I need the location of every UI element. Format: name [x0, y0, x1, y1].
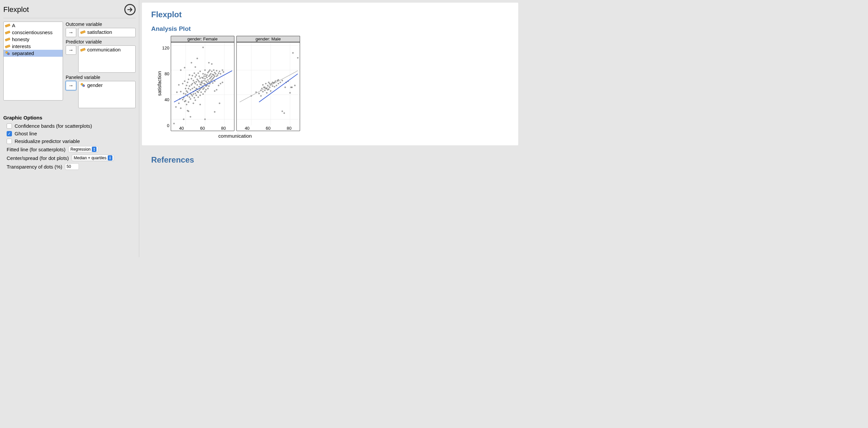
svg-point-205	[275, 80, 276, 82]
paneled-item: gender	[80, 82, 134, 88]
svg-point-73	[198, 81, 200, 83]
svg-point-75	[198, 75, 200, 77]
chevron-updown-icon: ▲▼	[108, 155, 113, 161]
svg-point-153	[183, 118, 184, 120]
center-spread-label: Center/spread (for dot plots)	[7, 155, 69, 161]
assign-predictor-button[interactable]: →	[66, 46, 76, 55]
center-spread-select[interactable]: Median + quartiles ▲▼	[72, 154, 114, 161]
svg-point-180	[260, 95, 261, 97]
svg-point-14	[180, 91, 182, 92]
list-item[interactable]: honesty	[4, 36, 63, 43]
svg-point-61	[195, 94, 197, 96]
svg-point-182	[262, 84, 264, 86]
ghost-checkbox[interactable]	[7, 131, 12, 136]
svg-line-168	[174, 71, 232, 102]
svg-point-157	[199, 104, 201, 106]
svg-point-144	[219, 73, 221, 75]
svg-point-134	[213, 69, 215, 71]
svg-point-18	[183, 92, 184, 94]
svg-point-16	[182, 99, 183, 101]
svg-point-128	[211, 71, 213, 72]
outcome-dropbox[interactable]: satisfaction	[78, 28, 135, 37]
svg-point-62	[195, 81, 197, 83]
svg-point-21	[184, 67, 185, 69]
confidence-checkbox[interactable]	[7, 123, 12, 129]
svg-point-37	[190, 98, 191, 100]
svg-point-164	[218, 85, 219, 86]
svg-point-111	[207, 79, 209, 81]
svg-point-44	[192, 88, 193, 89]
svg-point-148	[196, 58, 198, 59]
svg-point-58	[194, 83, 196, 85]
paneled-label: Paneled variable	[66, 75, 135, 80]
svg-point-70	[197, 96, 199, 98]
fitted-line-label: Fitted line (for scatterplots)	[7, 147, 66, 152]
svg-point-183	[262, 91, 264, 92]
run-button[interactable]	[124, 4, 135, 15]
svg-point-149	[190, 116, 191, 118]
list-item[interactable]: conscientiousness	[4, 29, 63, 36]
svg-point-206	[276, 85, 277, 86]
svg-point-15	[182, 83, 183, 85]
svg-point-143	[218, 71, 220, 72]
svg-point-31	[188, 79, 189, 80]
variables-list[interactable]: Aconscientiousnesshonestyinterestssepara…	[3, 22, 63, 101]
svg-point-114	[207, 88, 209, 89]
svg-point-50	[193, 93, 194, 95]
svg-point-141	[217, 74, 218, 76]
predictor-dropbox[interactable]: communication	[78, 46, 135, 73]
svg-point-151	[214, 111, 216, 113]
svg-point-51	[193, 87, 195, 88]
svg-point-210	[279, 82, 281, 83]
svg-point-150	[204, 118, 206, 120]
list-item[interactable]: A	[4, 22, 63, 29]
svg-point-161	[187, 110, 188, 112]
svg-point-181	[261, 88, 262, 89]
svg-point-22	[185, 100, 186, 102]
residualize-checkbox[interactable]	[7, 139, 12, 144]
paneled-dropbox[interactable]: gender	[78, 81, 135, 108]
svg-point-118	[208, 85, 210, 87]
ruler-icon	[5, 44, 10, 49]
svg-point-98	[204, 78, 206, 80]
fitted-line-select[interactable]: Regression ▲▼	[68, 146, 98, 153]
svg-point-138	[215, 73, 217, 75]
svg-point-36	[189, 74, 190, 76]
svg-point-64	[196, 84, 198, 86]
assign-paneled-button[interactable]: →	[66, 81, 76, 90]
svg-point-200	[272, 85, 273, 87]
svg-point-213	[283, 112, 285, 114]
ruler-icon	[80, 47, 86, 52]
chevron-updown-icon: ▲▼	[92, 147, 96, 152]
options-panel: Flexplot Aconscientiousnesshonestyintere…	[0, 0, 139, 257]
output-card: Flexplot Analysis Plot satisfaction 1208…	[142, 3, 518, 145]
svg-line-223	[239, 71, 298, 102]
svg-point-214	[284, 87, 286, 88]
list-item[interactable]: interests	[4, 43, 63, 50]
svg-point-33	[188, 88, 189, 89]
svg-point-158	[194, 66, 196, 68]
svg-point-72	[198, 86, 200, 88]
svg-point-79	[199, 94, 201, 96]
svg-point-26	[186, 85, 187, 86]
assign-outcome-button[interactable]: →	[66, 28, 76, 37]
transparency-label: Transparency of dots (%)	[7, 164, 62, 170]
svg-point-78	[199, 77, 201, 79]
svg-point-142	[218, 72, 219, 74]
list-item[interactable]: separated	[4, 50, 63, 57]
x-axis-ticks: 406080	[237, 125, 300, 131]
svg-point-198	[270, 90, 272, 92]
svg-point-212	[281, 111, 283, 112]
y-axis-label: satisfaction	[155, 71, 162, 96]
svg-point-140	[216, 70, 217, 72]
svg-point-84	[200, 92, 202, 93]
svg-point-8	[175, 106, 177, 108]
arrow-right-icon	[127, 6, 133, 13]
transparency-input[interactable]	[65, 163, 79, 170]
svg-point-29	[187, 92, 188, 93]
svg-point-156	[211, 63, 213, 65]
ghost-label: Ghost line	[14, 131, 37, 136]
analysis-plot-title: Analysis Plot	[151, 25, 509, 32]
svg-point-146	[222, 71, 224, 73]
svg-point-42	[191, 78, 192, 80]
